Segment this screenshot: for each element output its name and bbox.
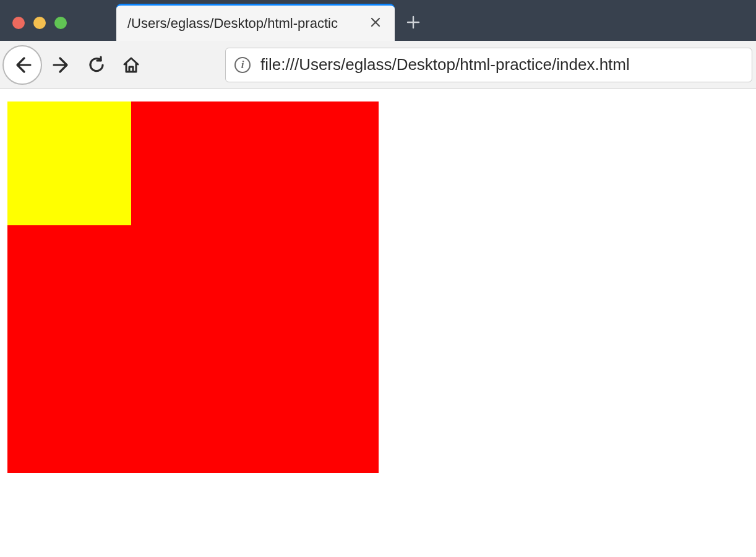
minimize-window-button[interactable]	[33, 17, 46, 29]
outer-red-box	[7, 101, 379, 473]
reload-button[interactable]	[82, 50, 111, 80]
tab-strip: /Users/eglass/Desktop/html-practic	[116, 0, 432, 41]
address-bar[interactable]: i file:///Users/eglass/Desktop/html-prac…	[225, 48, 752, 82]
maximize-window-button[interactable]	[54, 17, 67, 29]
page-viewport	[0, 89, 756, 473]
forward-button[interactable]	[47, 50, 77, 80]
back-button[interactable]	[2, 45, 42, 85]
window-controls	[0, 0, 79, 46]
nav-buttons	[2, 45, 146, 85]
inner-yellow-box	[7, 101, 131, 225]
tab-title: /Users/eglass/Desktop/html-practic	[127, 15, 367, 32]
site-info-icon[interactable]: i	[234, 57, 251, 73]
url-text: file:///Users/eglass/Desktop/html-practi…	[260, 55, 630, 74]
window-title-bar: /Users/eglass/Desktop/html-practic	[0, 0, 756, 41]
home-button[interactable]	[116, 50, 146, 80]
browser-toolbar: i file:///Users/eglass/Desktop/html-prac…	[0, 41, 756, 89]
close-window-button[interactable]	[12, 17, 25, 29]
close-tab-icon[interactable]	[367, 13, 384, 34]
browser-tab-active[interactable]: /Users/eglass/Desktop/html-practic	[116, 4, 395, 41]
new-tab-button[interactable]	[395, 4, 432, 41]
